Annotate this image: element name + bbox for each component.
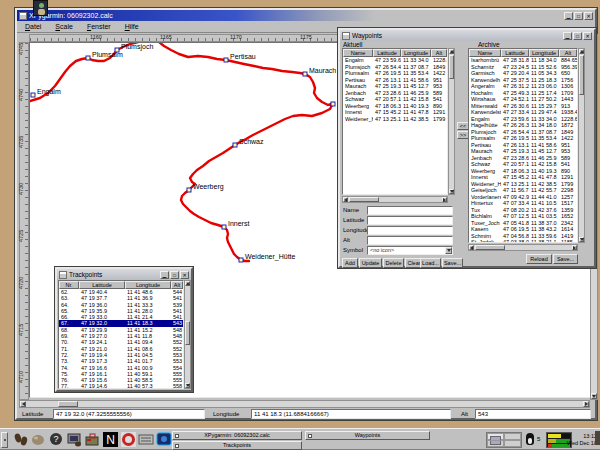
name-input[interactable] (367, 206, 453, 215)
clock-date: Wed Dec 18 (567, 440, 597, 447)
window-menu-icon[interactable] (342, 32, 350, 40)
map-horizontal-scrollbar[interactable] (19, 400, 590, 408)
update-button[interactable]: Update (359, 258, 382, 268)
keyboard-icon[interactable] (138, 431, 155, 448)
menu-scale[interactable]: Scale (55, 23, 73, 30)
longitude-status-label: Longitude (213, 411, 239, 417)
maximize-button[interactable]: □ (573, 32, 582, 40)
footprints-icon[interactable] (12, 431, 29, 448)
stone-icon[interactable] (30, 431, 47, 448)
minimize-button[interactable]: ▁ (563, 32, 572, 40)
netscape-icon[interactable]: N (102, 431, 119, 448)
gps-track-line (30, 43, 333, 261)
alt-input[interactable] (367, 236, 453, 245)
trackpoints-titlebar[interactable]: Trackpoints ▁ □ ✕ (57, 269, 191, 280)
ruler-y-label: 4715 (18, 324, 24, 336)
column-header[interactable]: Nr. (59, 281, 79, 289)
close-button[interactable]: ✕ (584, 12, 593, 20)
column-header[interactable]: Longitude (125, 281, 171, 289)
save-button[interactable]: Save... (442, 258, 463, 268)
symbol-dropdown[interactable]: <no icon> (367, 246, 453, 255)
menu-hilfe[interactable]: Hilfe (125, 23, 139, 30)
archive-horizontal-scrollbar[interactable] (468, 244, 578, 251)
waypoint-label: Weidener_Hütte (245, 253, 296, 261)
terminal-icon[interactable] (156, 431, 173, 448)
window-menu-icon[interactable] (59, 271, 67, 279)
save-archive-button[interactable]: Save... (553, 254, 578, 264)
ruler-y-label: 4735 (18, 136, 24, 148)
scroll-left-icon (22, 402, 25, 406)
ruler-y-label: 4725 (18, 230, 24, 242)
desktop-applet-icon[interactable] (33, 0, 48, 16)
scroll-down-icon (592, 395, 596, 398)
alt-status-label: Alt (461, 411, 468, 417)
delete-button[interactable]: Delete (383, 258, 404, 268)
aktuell-horizontal-scrollbar[interactable] (342, 196, 448, 203)
table-row[interactable]: 77.47 19 14.611 40 57.3558 (59, 383, 183, 389)
ruler-y: 47454740473547304725472047154710 (19, 42, 29, 400)
column-header[interactable]: Longitude (401, 49, 431, 57)
close-button[interactable]: ✕ (180, 271, 189, 279)
column-header[interactable]: Name (343, 49, 373, 57)
waypoint-marker (31, 93, 35, 97)
add-button[interactable]: Add (342, 258, 358, 268)
taskbar-edge-handle[interactable] (595, 431, 600, 445)
latitude-input[interactable] (367, 216, 453, 225)
longitude-input[interactable] (367, 226, 453, 235)
close-button[interactable]: ✕ (583, 32, 592, 40)
waypoint-label: Maurach (309, 67, 336, 74)
ruler-y-label: 4740 (18, 89, 24, 101)
taskbar-handle[interactable] (1, 432, 8, 448)
ruler-y-label: 4730 (18, 183, 24, 195)
archive-waypoint-table[interactable]: NameLatitudeLongitudeAltIsarhornbrü47 28… (468, 48, 578, 243)
maximize-button[interactable]: □ (574, 12, 583, 20)
minimize-button[interactable]: ▁ (564, 12, 573, 20)
help-icon[interactable]: ? (48, 431, 65, 448)
trackpoints-vertical-scrollbar[interactable] (184, 280, 191, 389)
column-header[interactable]: Alt (431, 49, 447, 57)
column-header[interactable]: Alt (171, 281, 183, 289)
screenshot-icon[interactable] (66, 431, 83, 448)
ruler-x-label: 1165 (160, 34, 172, 40)
desktop-pager[interactable] (486, 432, 522, 448)
menu-datei[interactable]: Datei (25, 23, 41, 30)
ruler-y-label: 4720 (18, 277, 24, 289)
table-row[interactable]: St_Jodok47 03 38.011 38 21.11185 (469, 239, 577, 243)
opera-icon[interactable] (120, 431, 137, 448)
ruler-x-label: 1175 (300, 34, 312, 40)
load-button[interactable]: Load... (420, 258, 441, 268)
monitor-count: 5 (537, 436, 540, 442)
minimize-button[interactable]: ▁ (160, 271, 169, 279)
taskbar-button-trackpoints[interactable]: Trackpoints (172, 441, 302, 450)
column-header[interactable]: Alt (559, 49, 577, 57)
waypoint-label: Weerberg (193, 183, 224, 191)
trackpoints-table[interactable]: Nr.LatitudeLongitudeAlt62.47 19 40.411 4… (58, 280, 184, 389)
menu-fenster[interactable]: Fenster (87, 23, 111, 30)
waypoint-label: Innerst (228, 220, 249, 227)
window-menu-icon[interactable] (19, 12, 27, 20)
column-header[interactable]: Latitude (79, 281, 125, 289)
aktuell-waypoint-table[interactable]: NameLatitudeLongitudeAltEngalm47 23 59.6… (342, 48, 448, 195)
maximize-button[interactable]: □ (170, 271, 179, 279)
column-header[interactable]: Latitude (373, 49, 401, 57)
archive-vertical-scrollbar[interactable] (578, 48, 585, 243)
ruler-y-label: 4710 (18, 371, 24, 383)
table-row[interactable]: Weidener_H47 13 25.111 42 38.51799 (343, 116, 447, 123)
waypoints-titlebar[interactable]: Waypoints ▁ □ ✕ (340, 30, 594, 41)
main-titlebar[interactable]: XPygarmin: 06092302.calc ▁ □ ✕ (17, 10, 595, 21)
waypoint-label: Schwaz (239, 138, 264, 145)
column-header[interactable]: Longitude (529, 49, 559, 57)
taskbar: ?N XPygarmin: 06092302.calc Waypoints Tr… (0, 428, 600, 450)
column-header[interactable]: Latitude (501, 49, 529, 57)
aktuell-vertical-scrollbar[interactable] (448, 48, 455, 195)
taskbar-button-xpygarmin[interactable]: XPygarmin: 06092302.calc (172, 431, 302, 440)
scroll-right-icon (585, 402, 588, 406)
load-monitor-applet[interactable]: 5 (526, 433, 544, 447)
reload-button[interactable]: Reload (526, 254, 552, 264)
column-header[interactable]: Name (469, 49, 501, 57)
taskbar-clock: 13:12 Wed Dec 18 (567, 433, 597, 447)
taskbar-button-waypoints[interactable]: Waypoints (305, 431, 430, 440)
chevron-down-icon (447, 249, 451, 252)
waypoint-marker (233, 143, 237, 147)
toolbox-icon[interactable] (84, 431, 101, 448)
